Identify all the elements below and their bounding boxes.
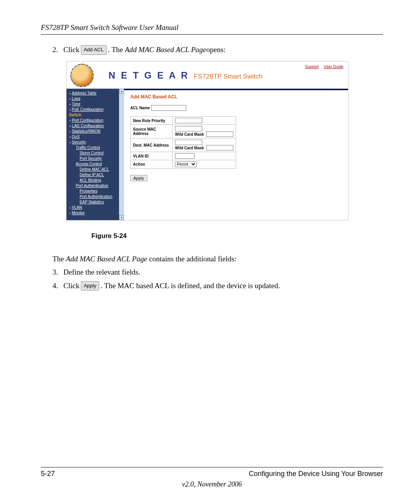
nav-storm-control[interactable]: ▪Storm Control <box>66 150 119 156</box>
user-guide-link[interactable]: User Guide <box>324 65 343 69</box>
action-select[interactable]: Permit <box>175 161 197 167</box>
nav-security[interactable]: ▪Security <box>66 139 119 145</box>
step-2-end: opens: <box>206 44 226 56</box>
scrollbar-track[interactable] <box>119 94 124 215</box>
acl-name-label: ACL Name <box>130 106 150 110</box>
nav-traffic-control[interactable]: ▪Traffic Control <box>66 145 119 150</box>
screenshot: N E T G E A R FS728TP Smart Switch Suppo… <box>66 61 348 220</box>
netgear-logo-icon <box>70 64 94 87</box>
source-mask-label: Wild Card Mask <box>175 132 204 136</box>
footer: 5-27 Configuring the Device Using Your B… <box>41 467 383 488</box>
sidebar: ▴ ▾ ▪Address Table ▪Logs ▪Time ▪PoE Conf… <box>66 89 124 220</box>
nav-time[interactable]: ▪Time <box>66 101 119 107</box>
dest-mac-label: Dest. MAC Address <box>131 138 173 152</box>
vlan-id-label: VLAN ID <box>131 152 173 160</box>
brand-name: N E T G E A R <box>108 70 189 81</box>
dest-mask-input[interactable] <box>206 145 233 150</box>
after-figure-text: The Add MAC Based ACL Page contains the … <box>52 255 383 263</box>
action-label: Action <box>131 160 173 169</box>
nav-define-ip-acl[interactable]: ▪Define IP ACL <box>66 172 119 177</box>
nav-switch-section: Switch <box>66 112 119 117</box>
source-mac-label: Source MAC Address <box>131 125 173 138</box>
nav-qos[interactable]: ▪QoS <box>66 134 119 139</box>
nav-port-security[interactable]: ▪Port Security <box>66 156 119 161</box>
step-number: 4. <box>52 280 63 292</box>
nav-address-table[interactable]: ▪Address Table <box>66 90 119 96</box>
nav-port-auth[interactable]: ▪Port Authentication <box>66 183 119 188</box>
new-rule-priority-label: New Rule Priority <box>131 117 173 125</box>
step-2-pre: Click <box>63 44 79 56</box>
nav-port-auth-2[interactable]: ▪Port Authentication <box>66 194 119 199</box>
nav-list: ▪Address Table ▪Logs ▪Time ▪PoE Configur… <box>66 90 124 215</box>
nav-lag-config[interactable]: ▪LAG Configuration <box>66 123 119 128</box>
nav-poe[interactable]: ▪PoE Configuration <box>66 107 119 112</box>
instruction-list: 2. Click Add ACL . The Add MAC Based ACL… <box>52 44 383 56</box>
step-2-page-name: Add MAC Based ACL Page <box>125 44 206 56</box>
nav-acl-binding[interactable]: ▪ACL Binding <box>66 177 119 183</box>
instruction-list-lower: 3. Define the relevant fields. 4. Click … <box>52 266 383 292</box>
footer-section: Configuring the Device Using Your Browse… <box>249 470 383 478</box>
add-acl-button[interactable]: Add ACL <box>81 45 106 55</box>
brand-subtitle: FS728TP Smart Switch <box>194 73 262 80</box>
dest-mac-input[interactable] <box>175 140 202 145</box>
step-4-pre: Click <box>63 280 79 292</box>
page-number: 5-27 <box>41 470 55 478</box>
apply-inline-button[interactable]: Apply <box>81 281 99 291</box>
doc-header: FS728TP Smart Switch Software User Manua… <box>41 23 383 32</box>
screenshot-header: N E T G E A R FS728TP Smart Switch Suppo… <box>66 61 348 89</box>
step-2-post: . The <box>108 44 125 56</box>
support-link[interactable]: Support <box>305 65 319 69</box>
form-title: Add MAC Based ACL <box>130 94 343 100</box>
step-4-post: . The MAC based ACL is defined, and the … <box>101 280 280 292</box>
step-3-text: Define the relevant fields. <box>63 266 140 278</box>
nav-eap-stats[interactable]: ▪EAP Statistics <box>66 199 119 205</box>
nav-define-mac-acl[interactable]: ▪Define MAC ACL <box>66 166 119 172</box>
apply-button[interactable]: Apply <box>130 175 147 181</box>
footer-version: v2.0, November 2006 <box>41 480 383 488</box>
nav-logs[interactable]: ▪Logs <box>66 96 119 101</box>
nav-access-control[interactable]: ▪Access Control <box>66 161 119 166</box>
footer-rule <box>41 467 383 467</box>
scroll-up-icon[interactable]: ▴ <box>119 89 124 94</box>
header-rule <box>41 34 383 35</box>
step-2: 2. Click Add ACL . The Add MAC Based ACL… <box>52 44 383 56</box>
figure-caption: Figure 5-24 <box>91 232 348 240</box>
main-panel: Add MAC Based ACL ACL Name New Rule Prio… <box>124 89 348 220</box>
scroll-down-icon[interactable]: ▾ <box>119 215 124 220</box>
nav-statistics[interactable]: ▪Statistics/RMON <box>66 128 119 134</box>
step-number: 2. <box>52 44 63 56</box>
nav-port-config[interactable]: ▪Port Configuration <box>66 117 119 123</box>
acl-name-input[interactable] <box>151 105 186 111</box>
nav-monitor[interactable]: ▪Monitor <box>66 210 119 215</box>
nav-vlan[interactable]: ▪VLAN <box>66 205 119 210</box>
source-mask-input[interactable] <box>206 131 233 137</box>
dest-mask-label: Wild Card Mask <box>175 146 204 150</box>
source-mac-input[interactable] <box>175 126 202 131</box>
nav-properties[interactable]: ▪Properties <box>66 188 119 194</box>
header-links: Support User Guide <box>301 65 343 69</box>
step-4: 4. Click Apply . The MAC based ACL is de… <box>52 280 383 292</box>
form-grid: New Rule Priority Source MAC Address Wil… <box>130 116 236 169</box>
new-rule-priority-input[interactable] <box>175 118 202 123</box>
step-number: 3. <box>52 266 63 278</box>
step-3: 3. Define the relevant fields. <box>52 266 383 278</box>
vlan-id-input[interactable] <box>175 153 194 159</box>
